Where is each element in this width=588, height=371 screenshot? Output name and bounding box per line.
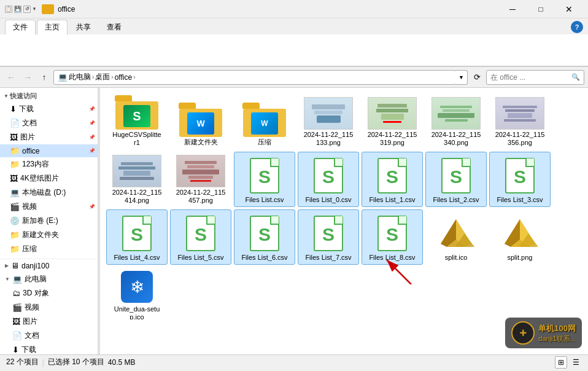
tab-view[interactable]: 查看 xyxy=(99,20,129,34)
file-item-unite[interactable]: ❄ Unite_dua-setup.ico xyxy=(106,267,168,322)
window-controls: ─ □ ✕ xyxy=(498,1,583,18)
sidebar-item-label: 图片 xyxy=(23,316,37,327)
sidebar-item-video2[interactable]: 🎬 视频 xyxy=(0,300,98,314)
file-item-csv-5[interactable]: S Files List_5.csv xyxy=(170,209,231,265)
quickaccess-expand-icon[interactable]: ▼ xyxy=(4,93,9,99)
file-grid: S HugeCSVSplitter1 W 新建文件夹 xyxy=(106,94,582,322)
path-segment-desktop[interactable]: 桌面 xyxy=(95,72,110,82)
back-button[interactable]: ← xyxy=(4,70,18,85)
sidebar-item-office[interactable]: 📁 office 📌 xyxy=(0,144,98,157)
csv-icon-8: S xyxy=(374,214,411,252)
sidebar-item-label: 文档 xyxy=(25,330,39,341)
close-button[interactable]: ✕ xyxy=(555,1,583,18)
minimize-button[interactable]: ─ xyxy=(498,1,527,18)
file-label: Files List_3.csv xyxy=(497,196,543,204)
folder-thumbnail3: W xyxy=(242,103,287,137)
video-icon: 🎬 xyxy=(10,202,20,211)
watermark-circle: + xyxy=(511,321,535,345)
tab-file[interactable]: 文件 xyxy=(5,20,36,35)
file-item-png-414[interactable]: 2024-11-22_115414.png xyxy=(106,152,168,207)
file-item-csv-2[interactable]: S Files List_2.csv xyxy=(425,152,487,207)
file-item-csv-3[interactable]: S Files List_3.csv xyxy=(489,152,551,207)
watermark: + 单机100网 danji1联系... xyxy=(505,318,582,348)
grid-view-button[interactable]: ⊞ xyxy=(555,356,567,369)
file-item-csv-7[interactable]: S Files List_7.csv xyxy=(298,209,359,265)
file-item-csv-fileslist[interactable]: S Files List.csv xyxy=(234,152,295,207)
pictures-icon: 🖼 xyxy=(10,133,18,142)
sidebar-item-pics2[interactable]: 🖼 图片 xyxy=(0,314,98,329)
file-label: Files List_7.csv xyxy=(305,254,351,262)
file-item-csv-8[interactable]: S Files List_8.csv xyxy=(362,209,423,265)
path-segment-pc[interactable]: 此电脑 xyxy=(69,72,91,82)
help-button[interactable]: ? xyxy=(571,21,583,33)
file-item-hugecsvs[interactable]: S HugeCSVSplitter1 xyxy=(106,94,168,149)
search-input[interactable] xyxy=(490,73,569,82)
file-item-split-ico[interactable]: split.ico xyxy=(425,209,487,265)
address-path-bar[interactable]: 💻 此电脑 › 桌面 › office › xyxy=(53,70,456,85)
file-item-png-133[interactable]: 2024-11-22_115133.png xyxy=(298,94,359,149)
file-item-newfolder[interactable]: W 新建文件夹 xyxy=(170,94,231,149)
expand-icon: ▼ xyxy=(5,276,10,282)
file-label: 2024-11-22_115340.png xyxy=(431,131,481,146)
title-dropdown-arrow[interactable]: ▼ xyxy=(32,6,37,12)
sidebar-item-123[interactable]: 📁 123内容 xyxy=(0,157,98,171)
csv-icon-2: S xyxy=(438,157,474,195)
file-item-png-319[interactable]: 2024-11-22_115319.png xyxy=(362,94,423,149)
sidebar-item-zip[interactable]: 📁 压缩 xyxy=(0,242,98,256)
dl-icon2: ⬇ xyxy=(12,345,19,354)
sidebar-item-4k[interactable]: 🖼 4K壁纸图片 xyxy=(0,171,98,186)
sidebar-item-docs2[interactable]: 📄 文档 xyxy=(0,329,98,343)
file-item-csv-4[interactable]: S Files List_4.csv xyxy=(106,209,168,265)
file-item-zip-folder[interactable]: W 压缩 xyxy=(234,94,295,149)
file-label: 2024-11-22_115414.png xyxy=(112,189,162,204)
pin-icon: 📌 xyxy=(89,106,95,112)
list-view-button[interactable]: ☰ xyxy=(570,356,582,369)
file-item-png-457[interactable]: 2024-11-22_115457.png xyxy=(170,152,231,207)
sidebar-item-label: 文档 xyxy=(22,118,37,128)
path-segment-office[interactable]: office xyxy=(115,73,132,82)
file-item-split-png[interactable]: split.png xyxy=(489,209,551,265)
file-item-csv-0[interactable]: S Files List_0.csv xyxy=(298,152,359,207)
sidebar-item-local-disk[interactable]: 💻 本地磁盘 (D:) xyxy=(0,186,98,200)
tab-home[interactable]: 主页 xyxy=(37,20,68,35)
sidebar-section-quickaccess: ▼ 快速访问 xyxy=(0,90,98,102)
sidebar-item-label: 此电脑 xyxy=(25,274,47,284)
view-toggle-right: ⊞ ☰ xyxy=(555,356,582,369)
folder-thumbnail: S xyxy=(115,97,159,130)
sidebar-item-pictures[interactable]: 🖼 图片 📌 xyxy=(0,130,98,144)
sidebar-item-download[interactable]: ⬇ 下载 📌 xyxy=(0,102,98,116)
tab-share[interactable]: 共享 xyxy=(69,20,98,34)
sidebar-item-dl2[interactable]: ⬇ 下载 xyxy=(0,343,98,354)
maximize-button[interactable]: □ xyxy=(527,1,555,18)
sidebar-item-newfolder[interactable]: 📁 新建文件夹 xyxy=(0,228,98,242)
png-thumbnail-414 xyxy=(112,155,161,187)
disk-icon: 💻 xyxy=(10,188,20,197)
file-item-csv-6[interactable]: S Files List_6.csv xyxy=(234,209,295,265)
sidebar-item-3d[interactable]: 🗂 3D 对象 xyxy=(0,286,98,300)
sidebar-item-this-pc[interactable]: ▼ 💻 此电脑 xyxy=(0,272,98,286)
search-box[interactable]: 🔍 xyxy=(486,70,584,85)
file-label: split.ico xyxy=(445,254,468,262)
csv-icon: S xyxy=(246,157,283,195)
status-total: 22 个项目 xyxy=(6,357,39,367)
up-button[interactable]: ↑ xyxy=(37,70,52,85)
file-label: Unite_dua-setup.ico xyxy=(114,305,160,319)
title-folder-icon xyxy=(42,4,54,14)
path-sep-1: › xyxy=(92,74,94,80)
forward-button[interactable]: → xyxy=(20,70,35,85)
red-arrow-indicator xyxy=(381,254,417,286)
file-item-png-340[interactable]: 2024-11-22_115340.png xyxy=(425,94,487,149)
video-icon: 🎬 xyxy=(12,303,22,312)
refresh-button[interactable]: ⟳ xyxy=(470,70,484,85)
file-item-png-356[interactable]: 2024-11-22_115356.png xyxy=(489,94,551,149)
sidebar-item-label: 新建文件夹 xyxy=(22,230,59,240)
sidebar-item-video[interactable]: 🎬 视频 📌 xyxy=(0,200,98,214)
file-item-csv-1[interactable]: S Files List_1.csv xyxy=(362,152,423,207)
sidebar-item-danji100[interactable]: ▶ 🖥 danji100 xyxy=(0,259,98,272)
sidebar-item-documents[interactable]: 📄 文档 📌 xyxy=(0,116,98,130)
file-label: HugeCSVSplitter1 xyxy=(112,131,161,146)
sidebar-item-label: 视频 xyxy=(22,201,37,212)
file-label: split.png xyxy=(508,254,533,262)
address-dropdown-button[interactable]: ▼ xyxy=(455,70,468,85)
sidebar-item-vol-e[interactable]: 💿 新加卷 (E:) xyxy=(0,214,98,228)
